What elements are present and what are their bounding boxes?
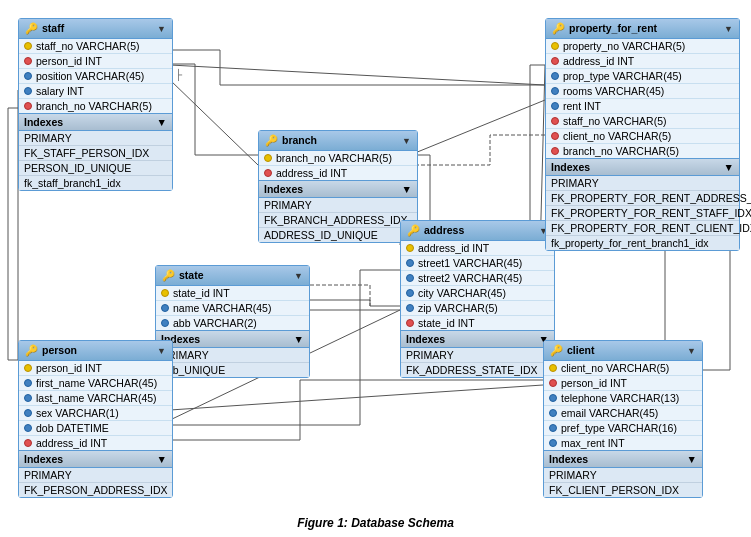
table-row: position VARCHAR(45) [19,69,172,84]
table-row: state_id INT [156,286,309,301]
index-row: FK_BRANCH_ADDRESS_IDX [259,213,417,228]
branch-table: 🔑branch ▼ branch_no VARCHAR(5) address_i… [258,130,418,243]
person-indexes-header: Indexes▼ [19,450,172,468]
table-row: address_id INT [401,241,554,256]
dot-icon [406,259,414,267]
index-row: fk_staff_branch1_idx [19,176,172,190]
state-title: state [179,269,204,281]
dot-icon [551,102,559,110]
client-indexes: PRIMARY FK_CLIENT_PERSON_IDX [544,468,702,497]
caption-text: Figure 1: Database Schema [297,516,454,530]
index-row: PRIMARY [156,348,309,363]
svg-line-0 [170,80,258,165]
table-row: salary INT [19,84,172,99]
dot-icon [24,379,32,387]
staff-indexes-header: Indexes▼ [19,113,172,131]
staff-indexes: PRIMARY FK_STAFF_PERSON_IDX PERSON_ID_UN… [19,131,172,190]
dot-icon [161,319,169,327]
table-row: email VARCHAR(45) [544,406,702,421]
dot-icon [549,379,557,387]
table-row: street1 VARCHAR(45) [401,256,554,271]
table-row: last_name VARCHAR(45) [19,391,172,406]
table-row: address_id INT [546,54,739,69]
person-table: 🔑person ▼ person_id INT first_name VARCH… [18,340,173,498]
branch-table-header: 🔑branch ▼ [259,131,417,151]
table-row: sex VARCHAR(1) [19,406,172,421]
dot-icon [551,87,559,95]
state-fields: state_id INT name VARCHAR(45) abb VARCHA… [156,286,309,330]
table-row: address_id INT [259,166,417,180]
branch-title: branch [282,134,317,146]
state-indexes-header: Indexes▼ [156,330,309,348]
index-row: FK_PROPERTY_FOR_RENT_ADDRESS_IDX [546,191,739,206]
address-indexes: PRIMARY FK_ADDRESS_STATE_IDX [401,348,554,377]
index-row: PRIMARY [401,348,554,363]
index-row: abb_UNIQUE [156,363,309,377]
table-row: staff_no VARCHAR(5) [19,39,172,54]
staff-title: staff [42,22,64,34]
table-row: pref_type VARCHAR(16) [544,421,702,436]
table-row: city VARCHAR(45) [401,286,554,301]
index-row: fk_property_for_rent_branch1_idx [546,236,739,250]
dot-icon [551,132,559,140]
dot-icon [406,304,414,312]
index-row: ADDRESS_ID_UNIQUE [259,228,417,242]
table-row: first_name VARCHAR(45) [19,376,172,391]
table-row: branch_no VARCHAR(5) [19,99,172,113]
person-table-header: 🔑person ▼ [19,341,172,361]
table-row: branch_no VARCHAR(5) [259,151,417,166]
dot-icon [406,319,414,327]
index-row: FK_CLIENT_PERSON_IDX [544,483,702,497]
table-row: person_id INT [19,54,172,69]
client-table-header: 🔑client ▼ [544,341,702,361]
table-row: address_id INT [19,436,172,450]
table-row: max_rent INT [544,436,702,450]
address-table: 🔑address ▼ address_id INT street1 VARCHA… [400,220,555,378]
dot-icon [406,274,414,282]
dot-icon [24,409,32,417]
dot-icon [551,117,559,125]
dot-icon [24,57,32,65]
index-row: FK_PERSON_ADDRESS_IDX [19,483,172,497]
table-row: property_no VARCHAR(5) [546,39,739,54]
dot-icon [551,57,559,65]
table-row: telephone VARCHAR(13) [544,391,702,406]
property-indexes: PRIMARY FK_PROPERTY_FOR_RENT_ADDRESS_IDX… [546,176,739,250]
state-table: 🔑state ▼ state_id INT name VARCHAR(45) a… [155,265,310,378]
dot-icon [24,102,32,110]
dot-icon [549,409,557,417]
property-table-header: 🔑property_for_rent ▼ [546,19,739,39]
index-row: PERSON_ID_UNIQUE [19,161,172,176]
dot-icon [24,394,32,402]
table-row: street2 VARCHAR(45) [401,271,554,286]
dot-icon [549,424,557,432]
table-row: staff_no VARCHAR(5) [546,114,739,129]
property-for-rent-table: 🔑property_for_rent ▼ property_no VARCHAR… [545,18,740,251]
dot-icon [24,439,32,447]
table-row: client_no VARCHAR(5) [546,129,739,144]
dot-icon [24,42,32,50]
table-row: zip VARCHAR(5) [401,301,554,316]
dot-icon [24,424,32,432]
dot-icon [406,289,414,297]
index-row: FK_PROPERTY_FOR_RENT_STAFF_IDX [546,206,739,221]
dot-icon [24,364,32,372]
state-indexes: PRIMARY abb_UNIQUE [156,348,309,377]
svg-line-11 [170,385,543,410]
index-row: PRIMARY [259,198,417,213]
figure-caption: Figure 1: Database Schema [0,510,751,536]
property-indexes-header: Indexes▼ [546,158,739,176]
dot-icon [551,42,559,50]
dot-icon [264,169,272,177]
client-table: 🔑client ▼ client_no VARCHAR(5) person_id… [543,340,703,498]
table-row: person_id INT [544,376,702,391]
index-row: FK_STAFF_PERSON_IDX [19,146,172,161]
property-title: property_for_rent [569,22,657,34]
address-table-header: 🔑address ▼ [401,221,554,241]
index-row: PRIMARY [19,131,172,146]
dot-icon [161,289,169,297]
staff-table: 🔑staff ▼ staff_no VARCHAR(5) person_id I… [18,18,173,191]
address-title: address [424,224,464,236]
person-fields: person_id INT first_name VARCHAR(45) las… [19,361,172,450]
dot-icon [161,304,169,312]
